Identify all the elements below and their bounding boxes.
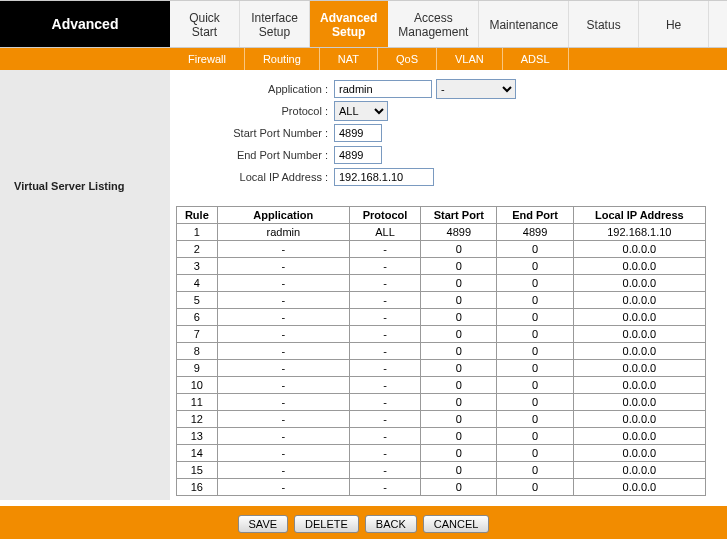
table-row[interactable]: 14--000.0.0.0 — [177, 445, 706, 462]
col-local-ip-address: Local IP Address — [573, 207, 705, 224]
brand-label: Advanced — [0, 1, 170, 47]
table-row[interactable]: 5--000.0.0.0 — [177, 292, 706, 309]
main-tab-maintenance[interactable]: Maintenance — [479, 1, 569, 47]
vs-form: Application : - Protocol : ALL Start Por… — [174, 78, 723, 188]
back-button[interactable]: BACK — [365, 515, 417, 533]
end-port-input[interactable] — [334, 146, 382, 164]
table-row[interactable]: 10--000.0.0.0 — [177, 377, 706, 394]
cancel-button[interactable]: CANCEL — [423, 515, 490, 533]
table-row[interactable]: 15--000.0.0.0 — [177, 462, 706, 479]
label-start-port: Start Port Number : — [174, 127, 334, 139]
table-row[interactable]: 16--000.0.0.0 — [177, 479, 706, 496]
col-protocol: Protocol — [349, 207, 420, 224]
table-row[interactable]: 6--000.0.0.0 — [177, 309, 706, 326]
table-row[interactable]: 2--000.0.0.0 — [177, 241, 706, 258]
sub-tab-nat[interactable]: NAT — [320, 48, 378, 70]
table-row[interactable]: 9--000.0.0.0 — [177, 360, 706, 377]
table-row[interactable]: 1radminALL48994899192.168.1.10 — [177, 224, 706, 241]
col-application: Application — [217, 207, 349, 224]
sub-tab-qos[interactable]: QoS — [378, 48, 437, 70]
top-bar: Advanced QuickStartInterfaceSetupAdvance… — [0, 0, 727, 48]
sub-tab-firewall[interactable]: Firewall — [170, 48, 245, 70]
main-tab-interface[interactable]: InterfaceSetup — [240, 1, 310, 47]
table-row[interactable]: 13--000.0.0.0 — [177, 428, 706, 445]
sub-nav: FirewallRoutingNATQoSVLANADSL — [0, 48, 727, 70]
application-input[interactable] — [334, 80, 432, 98]
table-row[interactable]: 4--000.0.0.0 — [177, 275, 706, 292]
sub-tab-routing[interactable]: Routing — [245, 48, 320, 70]
sub-tab-vlan[interactable]: VLAN — [437, 48, 503, 70]
sidebar-section-label: Virtual Server Listing — [14, 180, 124, 192]
table-row[interactable]: 3--000.0.0.0 — [177, 258, 706, 275]
table-row[interactable]: 7--000.0.0.0 — [177, 326, 706, 343]
main-panel: Application : - Protocol : ALL Start Por… — [170, 70, 727, 500]
col-start-port: Start Port — [421, 207, 497, 224]
save-button[interactable]: SAVE — [238, 515, 289, 533]
main-tab-status[interactable]: Status — [569, 1, 639, 47]
main-tab-advanced[interactable]: AdvancedSetup — [310, 1, 388, 47]
col-end-port: End Port — [497, 207, 573, 224]
col-rule: Rule — [177, 207, 218, 224]
content: Virtual Server Listing Application : - P… — [0, 70, 727, 500]
table-row[interactable]: 12--000.0.0.0 — [177, 411, 706, 428]
label-end-port: End Port Number : — [174, 149, 334, 161]
sidebar: Virtual Server Listing — [0, 70, 170, 500]
delete-button[interactable]: DELETE — [294, 515, 359, 533]
label-application: Application : — [174, 83, 334, 95]
sub-tab-adsl[interactable]: ADSL — [503, 48, 569, 70]
start-port-input[interactable] — [334, 124, 382, 142]
main-tab-he[interactable]: He — [639, 1, 709, 47]
local-ip-input[interactable] — [334, 168, 434, 186]
rules-table: RuleApplicationProtocolStart PortEnd Por… — [176, 206, 706, 496]
protocol-select[interactable]: ALL — [334, 101, 388, 121]
main-tab-quick[interactable]: QuickStart — [170, 1, 240, 47]
table-row[interactable]: 8--000.0.0.0 — [177, 343, 706, 360]
footer-bar: SAVE DELETE BACK CANCEL — [0, 506, 727, 539]
subnav-spacer — [0, 48, 170, 70]
main-tab-access[interactable]: AccessManagement — [388, 1, 479, 47]
label-protocol: Protocol : — [174, 105, 334, 117]
label-local-ip: Local IP Address : — [174, 171, 334, 183]
application-select[interactable]: - — [436, 79, 516, 99]
table-row[interactable]: 11--000.0.0.0 — [177, 394, 706, 411]
main-nav: QuickStartInterfaceSetupAdvancedSetupAcc… — [170, 1, 727, 47]
